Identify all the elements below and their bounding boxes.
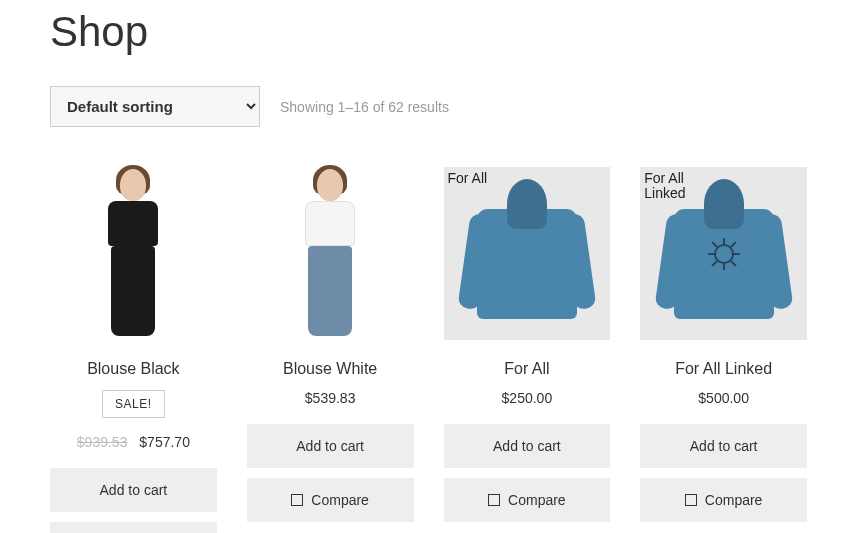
compare-button[interactable]: Compare bbox=[444, 478, 611, 522]
price-row: $250.00 bbox=[444, 390, 611, 406]
product-title[interactable]: Blouse White bbox=[247, 360, 414, 378]
product-thumbnail bbox=[659, 179, 789, 329]
product-card: For All For All $250.00 Add to cart Comp… bbox=[444, 167, 611, 533]
product-title[interactable]: Blouse Black bbox=[50, 360, 217, 378]
compare-button[interactable]: Compare bbox=[50, 522, 217, 533]
old-price: $939.53 bbox=[77, 434, 128, 450]
page-title: Shop bbox=[50, 8, 807, 56]
price: $500.00 bbox=[698, 390, 749, 406]
compare-label: Compare bbox=[311, 492, 369, 508]
svg-line-7 bbox=[731, 242, 736, 247]
add-to-cart-button[interactable]: Add to cart bbox=[247, 424, 414, 468]
product-card: For All Linked bbox=[640, 167, 807, 533]
price-row: $500.00 bbox=[640, 390, 807, 406]
product-image[interactable] bbox=[50, 167, 217, 340]
product-thumbnail bbox=[462, 179, 592, 329]
product-image[interactable]: For All Linked bbox=[640, 167, 807, 340]
svg-line-6 bbox=[731, 261, 736, 266]
product-card: Blouse White $539.83 Add to cart Compare bbox=[247, 167, 414, 533]
product-card: Blouse Black SALE! $939.53 $757.70 Add t… bbox=[50, 167, 217, 533]
add-to-cart-button[interactable]: Add to cart bbox=[50, 468, 217, 512]
price-row: $939.53 $757.70 bbox=[50, 434, 217, 450]
price: $757.70 bbox=[139, 434, 190, 450]
svg-line-5 bbox=[712, 242, 717, 247]
product-image[interactable]: For All bbox=[444, 167, 611, 340]
product-title[interactable]: For All Linked bbox=[640, 360, 807, 378]
controls-row: Default sorting Showing 1–16 of 62 resul… bbox=[50, 86, 807, 127]
sort-select[interactable]: Default sorting bbox=[50, 86, 260, 127]
checkbox-icon bbox=[685, 494, 697, 506]
product-thumbnail bbox=[285, 169, 375, 339]
product-image[interactable] bbox=[247, 167, 414, 340]
add-to-cart-button[interactable]: Add to cart bbox=[444, 424, 611, 468]
svg-line-8 bbox=[712, 261, 717, 266]
price-row: $539.83 bbox=[247, 390, 414, 406]
compare-button[interactable]: Compare bbox=[640, 478, 807, 522]
compare-label: Compare bbox=[508, 492, 566, 508]
product-title[interactable]: For All bbox=[444, 360, 611, 378]
product-grid: Blouse Black SALE! $939.53 $757.70 Add t… bbox=[50, 167, 807, 533]
compare-button[interactable]: Compare bbox=[247, 478, 414, 522]
product-thumbnail bbox=[88, 169, 178, 339]
price: $539.83 bbox=[305, 390, 356, 406]
results-count: Showing 1–16 of 62 results bbox=[280, 99, 449, 115]
svg-point-0 bbox=[715, 245, 733, 263]
compare-label: Compare bbox=[705, 492, 763, 508]
price: $250.00 bbox=[502, 390, 553, 406]
checkbox-icon bbox=[488, 494, 500, 506]
sale-badge: SALE! bbox=[102, 390, 165, 418]
checkbox-icon bbox=[291, 494, 303, 506]
add-to-cart-button[interactable]: Add to cart bbox=[640, 424, 807, 468]
